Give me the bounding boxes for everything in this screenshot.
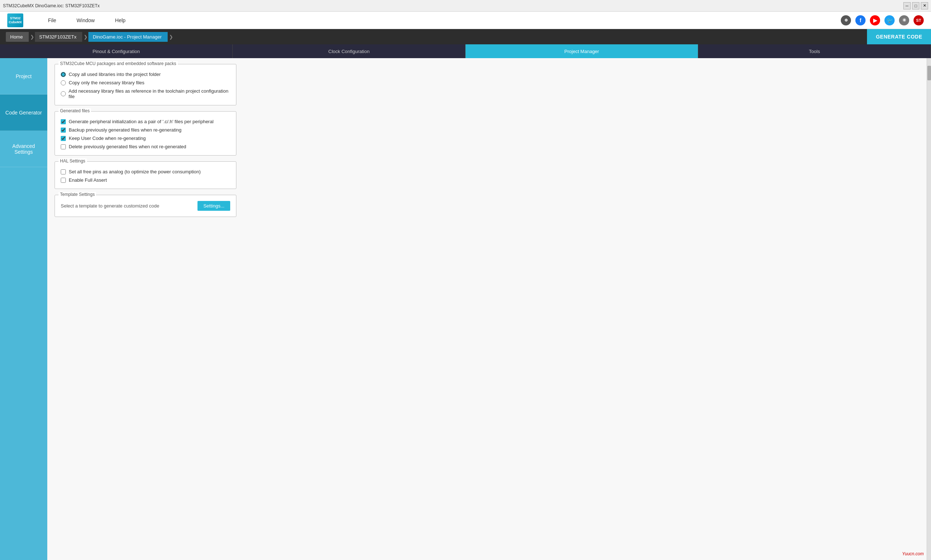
tab-clock[interactable]: Clock Configuration: [233, 44, 466, 58]
window-title: STM32CubeMX DinoGame.ioc: STM32F103ZETx: [3, 3, 100, 8]
menu-items: File Window Help: [45, 16, 128, 25]
sidebar-item-project[interactable]: Project: [0, 58, 47, 94]
scrollbar-thumb: [927, 66, 931, 80]
checkbox-full-assert[interactable]: Enable Full Assert: [61, 177, 230, 183]
hal-settings-legend: HAL Settings: [59, 158, 87, 163]
checkbox-free-pins-analog-input[interactable]: [61, 169, 66, 174]
main-layout: Project Code Generator Advanced Settings…: [0, 58, 931, 560]
breadcrumb-arrow-1: ❯: [30, 34, 34, 40]
radio-copy-necessary[interactable]: Copy only the necessary library files: [61, 80, 230, 85]
menu-bar-left: STM32CubeMX File Window Help: [7, 14, 128, 27]
breadcrumb-arrow-3: ❯: [169, 34, 173, 40]
tab-project-manager[interactable]: Project Manager: [466, 44, 698, 58]
logo: STM32CubeMX: [7, 14, 23, 27]
menu-bar-right: ⊕ f ▶ 🐦 ✳ ST: [841, 15, 924, 25]
right-scrollbar[interactable]: [926, 58, 931, 560]
checkbox-backup-files-input[interactable]: [61, 128, 66, 132]
close-button[interactable]: ✕: [921, 2, 928, 9]
st-icon[interactable]: ST: [914, 15, 924, 25]
minimize-button[interactable]: ─: [903, 2, 911, 9]
tab-tools[interactable]: Tools: [698, 44, 931, 58]
template-label: Select a template to generate customized…: [61, 203, 193, 209]
template-settings-legend: Template Settings: [59, 192, 96, 197]
checkbox-gen-peripheral[interactable]: Generate peripheral initialization as a …: [61, 119, 230, 124]
window-controls: ─ □ ✕: [903, 2, 928, 9]
generated-files-legend: Generated files: [59, 108, 91, 113]
template-settings-group: Template Settings Select a template to g…: [54, 195, 236, 217]
hal-settings-group: HAL Settings Set all free pins as analog…: [54, 162, 236, 189]
restore-button[interactable]: □: [912, 2, 919, 9]
mcu-packages-legend: STM32Cube MCU packages and embedded soft…: [59, 61, 178, 66]
breadcrumb: Home ❯ STM32F103ZETx ❯ DinoGame.ioc - Pr…: [0, 29, 931, 44]
mcu-packages-group: STM32Cube MCU packages and embedded soft…: [54, 64, 236, 105]
content-area: STM32Cube MCU packages and embedded soft…: [47, 58, 926, 560]
menu-help[interactable]: Help: [112, 16, 128, 25]
sidebar-item-code-generator[interactable]: Code Generator: [0, 94, 47, 131]
breadcrumb-items: Home ❯ STM32F103ZETx ❯ DinoGame.ioc - Pr…: [6, 32, 174, 42]
breadcrumb-home[interactable]: Home: [6, 32, 29, 42]
menu-bar: STM32CubeMX File Window Help ⊕ f ▶ 🐦 ✳ S…: [0, 12, 931, 29]
breadcrumb-project[interactable]: DinoGame.ioc - Project Manager: [88, 32, 167, 42]
checkbox-backup-files[interactable]: Backup previously generated files when r…: [61, 127, 230, 132]
logo-text: STM32CubeMX: [9, 16, 22, 25]
radio-add-reference[interactable]: Add necessary library files as reference…: [61, 88, 230, 99]
menu-window[interactable]: Window: [74, 16, 98, 25]
generate-code-button[interactable]: GENERATE CODE: [867, 29, 931, 44]
facebook-icon[interactable]: f: [855, 15, 866, 25]
checkbox-keep-user-code-input[interactable]: [61, 136, 66, 141]
sidebar-item-advanced-settings[interactable]: Advanced Settings: [0, 131, 47, 167]
settings-button[interactable]: Settings...: [197, 201, 230, 211]
twitter-icon[interactable]: 🐦: [885, 15, 895, 25]
radio-add-reference-input[interactable]: [61, 91, 66, 96]
breadcrumb-mcu[interactable]: STM32F103ZETx: [35, 32, 83, 42]
sidebar: Project Code Generator Advanced Settings: [0, 58, 47, 560]
generated-files-group: Generated files Generate peripheral init…: [54, 111, 236, 155]
checkbox-full-assert-input[interactable]: [61, 178, 66, 183]
template-row: Select a template to generate customized…: [61, 200, 230, 211]
menu-file[interactable]: File: [45, 16, 59, 25]
title-bar: STM32CubeMX DinoGame.ioc: STM32F103ZETx …: [0, 0, 931, 12]
checkbox-delete-previous-input[interactable]: [61, 144, 66, 149]
checkbox-gen-peripheral-input[interactable]: [61, 119, 66, 124]
tab-pinout[interactable]: Pinout & Configuration: [0, 44, 233, 58]
checkbox-delete-previous[interactable]: Delete previously generated files when n…: [61, 144, 230, 149]
globe-icon[interactable]: ⊕: [841, 15, 851, 25]
youtube-icon[interactable]: ▶: [870, 15, 880, 25]
watermark: Yuucn.com: [902, 551, 924, 556]
radio-copy-all[interactable]: Copy all used libraries into the project…: [61, 72, 230, 77]
radio-copy-necessary-input[interactable]: [61, 80, 66, 85]
breadcrumb-arrow-2: ❯: [84, 34, 88, 40]
checkbox-free-pins-analog[interactable]: Set all free pins as analog (to optimize…: [61, 169, 230, 174]
logo-box: STM32CubeMX: [7, 14, 23, 27]
checkbox-keep-user-code[interactable]: Keep User Code when re-generating: [61, 135, 230, 141]
network-icon[interactable]: ✳: [899, 15, 909, 25]
radio-copy-all-input[interactable]: [61, 72, 66, 77]
tab-bar: Pinout & Configuration Clock Configurati…: [0, 44, 931, 58]
